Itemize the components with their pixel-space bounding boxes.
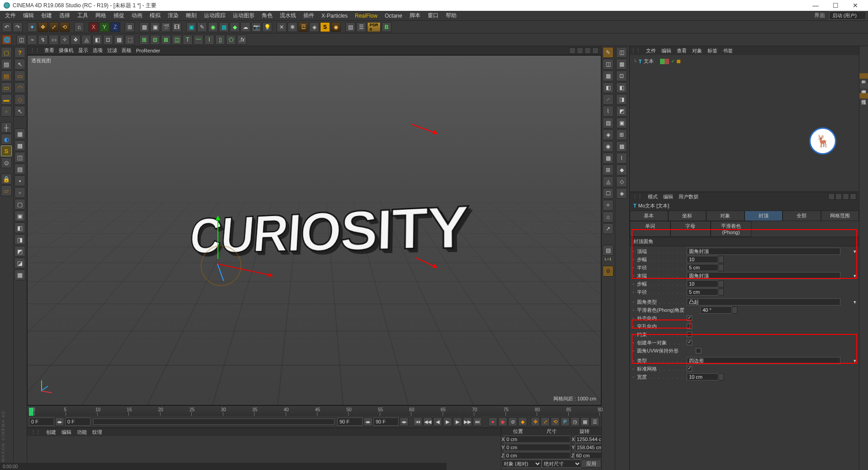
array-icon[interactable]: ▦	[219, 22, 229, 32]
menu-script[interactable]: 脚本	[406, 11, 424, 20]
rt-b1-icon[interactable]: ◫	[603, 59, 613, 70]
sel8-icon[interactable]: ◪	[14, 258, 25, 268]
mograph-instance-icon[interactable]: ◫	[172, 35, 182, 45]
attr-nav-up[interactable]	[843, 193, 849, 200]
end-radius-spinner[interactable]	[718, 288, 724, 296]
attr-menu-ud[interactable]: 用户数据	[679, 193, 698, 200]
hull-inward-checkbox[interactable]	[687, 315, 692, 321]
rt-b15-icon[interactable]: ↗	[603, 223, 613, 234]
prev-frame-icon[interactable]: ◀	[433, 417, 442, 426]
x-axis-toggle[interactable]: X	[89, 22, 99, 32]
vp-nav-icon-2[interactable]	[577, 47, 583, 54]
menu-realflow[interactable]: RealFlow	[352, 12, 381, 20]
rt2-i12[interactable]: ◇	[616, 176, 627, 187]
rt2-i4[interactable]: ◧	[616, 82, 627, 93]
rt-brush-icon[interactable]: ✎	[603, 47, 613, 58]
sel1-icon[interactable]: ▪	[14, 175, 25, 186]
side-tab-attr[interactable]: 属性	[859, 93, 868, 99]
vp-nav-icon-3[interactable]	[585, 47, 591, 54]
gen-icon-3[interactable]: ↯	[38, 35, 48, 45]
gen-icon-10[interactable]: ▩	[114, 35, 124, 45]
rt-b10-icon[interactable]: ⊞	[603, 164, 613, 175]
attr-nav-back[interactable]	[828, 193, 835, 200]
start-steps-field[interactable]	[687, 256, 718, 263]
snap-toggle-icon[interactable]: S	[1, 146, 12, 156]
rt2-i7[interactable]: ▣	[616, 118, 627, 128]
menu-window[interactable]: 窗口	[425, 11, 442, 20]
cube-primitive-icon[interactable]: ▣	[186, 22, 196, 32]
om-menu-edit[interactable]: 编辑	[661, 47, 671, 54]
edge-mode-icon[interactable]: ▭	[1, 82, 12, 93]
object-item-text[interactable]: └ T 文本 ✓	[632, 57, 857, 66]
help-icon[interactable]: ?	[14, 47, 25, 58]
mat-menu-func[interactable]: 功能	[77, 429, 87, 436]
convert-icon[interactable]: ▦	[14, 128, 25, 139]
om-menu-bm[interactable]: 书签	[723, 47, 733, 54]
rf-icon-1[interactable]: ☲	[298, 22, 308, 32]
rt-layer-icon[interactable]: ▤	[603, 245, 613, 256]
render-pv-icon[interactable]: 🎬	[161, 22, 171, 32]
undo-button[interactable]: ↶	[2, 22, 12, 32]
viewport-perspective[interactable]: 透视视图 CURIOSITY 网格间距 : 1000 cm	[27, 55, 601, 405]
key-anim-icon[interactable]: ▦	[580, 417, 590, 426]
vp-nav-icon-1[interactable]	[569, 47, 576, 54]
gen-icon-1[interactable]: ◫	[16, 35, 26, 45]
width-spinner[interactable]	[718, 373, 724, 381]
locked-workplane-icon[interactable]: 🔒	[1, 174, 12, 184]
camera-icon[interactable]: 📷	[251, 22, 261, 32]
attr-menu-mode[interactable]: 模式	[648, 193, 658, 200]
mograph-tracer-icon[interactable]: 〰	[193, 35, 203, 45]
coord-y-pos[interactable]	[505, 444, 571, 451]
menu-select[interactable]: 选择	[56, 11, 73, 20]
mograph-text-icon[interactable]: T	[183, 35, 193, 45]
menu-octane[interactable]: Octane	[382, 12, 406, 20]
menu-create[interactable]: 创建	[38, 11, 55, 20]
attr-nav-home[interactable]	[850, 193, 856, 200]
end-steps-spinner[interactable]	[718, 280, 724, 287]
menu-snap[interactable]: 捕捉	[110, 11, 127, 20]
coord-x-pos[interactable]	[505, 436, 571, 443]
key-param-icon[interactable]: P	[561, 417, 570, 426]
hole-inward-checkbox[interactable]	[687, 324, 692, 329]
om-menu-view[interactable]: 查看	[677, 47, 687, 54]
menu-edit[interactable]: 编辑	[20, 11, 37, 20]
close-button[interactable]: ✕	[846, 2, 864, 9]
start-cap-select[interactable]	[687, 248, 840, 255]
rt-b7-icon[interactable]: ◈	[603, 129, 613, 140]
rt2-i1[interactable]: ◫	[616, 47, 627, 58]
menu-tracker[interactable]: 运动跟踪	[201, 11, 229, 20]
rt-b11-icon[interactable]: ◬	[603, 176, 613, 187]
rt-b6-icon[interactable]: ▨	[603, 118, 613, 128]
coord-size-select[interactable]: 绝对尺寸	[542, 460, 582, 468]
live-select-icon[interactable]: ✦	[27, 22, 37, 32]
xp-icon-1[interactable]: ✕	[277, 22, 287, 32]
fillet-type-select[interactable]	[687, 298, 840, 306]
rt2-i8[interactable]: ⊞	[616, 129, 627, 140]
sel9-icon[interactable]: ▦	[14, 269, 25, 280]
start-radius-field[interactable]	[687, 264, 718, 271]
vp-menu-panel[interactable]: 面板	[122, 47, 132, 54]
mat-menu-create[interactable]: 创建	[46, 429, 56, 436]
sel7-icon[interactable]: ◩	[14, 246, 25, 257]
end-radius-field[interactable]	[687, 288, 718, 296]
timeline-start-field[interactable]	[29, 418, 54, 426]
rt-b13-icon[interactable]: ✧	[603, 200, 613, 211]
lasso-select-icon[interactable]: ◠	[14, 82, 25, 93]
tab-caps[interactable]: 封顶	[745, 211, 783, 221]
rt2-i3[interactable]: ⊡	[616, 70, 627, 81]
single-object-checkbox[interactable]	[687, 340, 692, 345]
move-tool-icon[interactable]: ✥	[38, 22, 48, 32]
key-dope-icon[interactable]: ☰	[590, 417, 599, 426]
phong-angle-field[interactable]	[700, 306, 732, 314]
attr-nav-fwd[interactable]	[835, 193, 842, 200]
menu-pipeline[interactable]: 流水线	[277, 11, 299, 20]
start-radius-spinner[interactable]	[718, 264, 724, 271]
menu-character[interactable]: 角色	[259, 11, 276, 20]
goto-start-icon[interactable]: ⏮	[413, 417, 422, 426]
tab-letter[interactable]: 字母	[670, 221, 711, 237]
next-frame-icon[interactable]: ▶	[453, 417, 462, 426]
sel2-icon[interactable]: ▫	[14, 187, 25, 198]
y-axis-toggle[interactable]: Y	[99, 22, 109, 32]
viewport-solo-icon[interactable]: ◐	[1, 134, 12, 145]
rect-select-icon[interactable]: ▭	[14, 70, 25, 81]
